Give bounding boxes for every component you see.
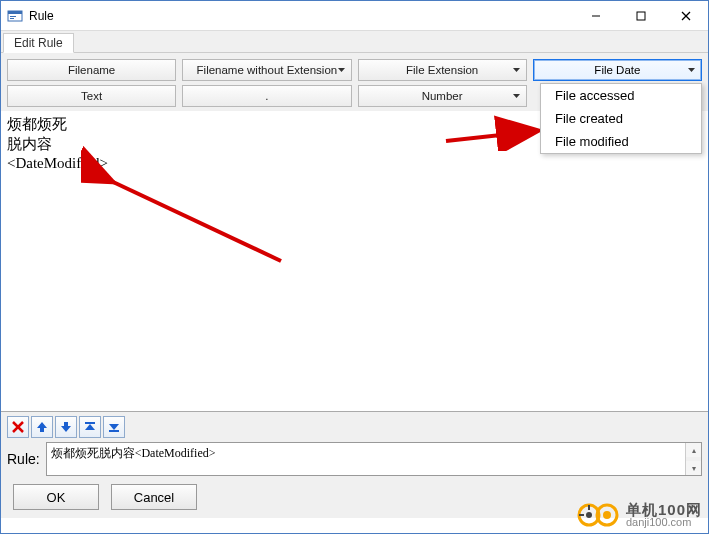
file-extension-label: File Extension <box>406 64 478 76</box>
text-button-label: Text <box>81 90 102 102</box>
rule-input-wrap: 烦都烦死脱内容<DateModified> ▴ ▾ <box>46 442 702 476</box>
arrow-top-icon <box>83 420 97 434</box>
move-top-button[interactable] <box>79 416 101 438</box>
watermark-line2: danji100.com <box>626 517 702 529</box>
svg-marker-10 <box>688 68 695 72</box>
watermark: 单机100网 danji100.com <box>576 502 702 529</box>
svg-marker-18 <box>37 422 47 432</box>
editor-line: <DateModified> <box>7 154 702 174</box>
svg-point-29 <box>603 511 611 519</box>
chevron-down-icon <box>513 94 520 98</box>
file-extension-button[interactable]: File Extension <box>358 59 527 81</box>
move-bottom-button[interactable] <box>103 416 125 438</box>
dot-button-label: . <box>265 90 268 102</box>
svg-rect-3 <box>10 18 14 19</box>
tab-edit-rule[interactable]: Edit Rule <box>3 33 74 53</box>
iconbar <box>7 416 702 438</box>
maximize-button[interactable] <box>618 1 663 31</box>
close-button[interactable] <box>663 1 708 31</box>
scroll-up-icon[interactable]: ▴ <box>686 443 701 457</box>
rule-scrollbar[interactable]: ▴ ▾ <box>685 443 701 475</box>
menu-file-modified[interactable]: File modified <box>541 130 701 153</box>
svg-marker-19 <box>61 422 71 432</box>
svg-rect-5 <box>637 12 645 20</box>
text-button[interactable]: Text <box>7 85 176 107</box>
svg-marker-8 <box>338 68 345 72</box>
chevron-down-icon <box>338 68 345 72</box>
ok-button[interactable]: OK <box>13 484 99 510</box>
arrow-up-icon <box>35 420 49 434</box>
tab-strip: Edit Rule <box>1 31 708 53</box>
scroll-down-icon[interactable]: ▾ <box>686 461 701 475</box>
svg-rect-23 <box>109 430 119 432</box>
filename-button[interactable]: Filename <box>7 59 176 81</box>
move-down-button[interactable] <box>55 416 77 438</box>
file-date-label: File Date <box>594 64 640 76</box>
rule-input[interactable]: 烦都烦死脱内容<DateModified> <box>47 443 685 475</box>
minimize-button[interactable] <box>573 1 618 31</box>
titlebar: Rule <box>1 1 708 31</box>
menu-file-created[interactable]: File created <box>541 107 701 130</box>
svg-marker-22 <box>109 424 119 430</box>
filename-no-ext-button[interactable]: Filename without Extension <box>182 59 351 81</box>
window-title: Rule <box>29 9 54 23</box>
delete-button[interactable] <box>7 416 29 438</box>
chevron-down-icon <box>688 68 695 72</box>
svg-marker-11 <box>513 94 520 98</box>
file-date-dropdown: File accessed File created File modified <box>540 83 702 154</box>
rule-label: Rule: <box>7 442 42 476</box>
chevron-down-icon <box>513 68 520 72</box>
filename-no-ext-label: Filename without Extension <box>197 64 338 76</box>
svg-point-25 <box>586 512 592 518</box>
app-icon <box>7 8 23 24</box>
svg-rect-1 <box>8 11 22 14</box>
cancel-button[interactable]: Cancel <box>111 484 197 510</box>
watermark-logo-icon <box>576 502 620 528</box>
svg-rect-20 <box>85 422 95 424</box>
svg-marker-21 <box>85 424 95 430</box>
watermark-line1: 单机100网 <box>626 502 702 518</box>
arrow-down-icon <box>59 420 73 434</box>
x-icon <box>11 420 25 434</box>
svg-rect-2 <box>10 16 16 17</box>
arrow-bottom-icon <box>107 420 121 434</box>
svg-marker-9 <box>513 68 520 72</box>
number-button[interactable]: Number <box>358 85 527 107</box>
filename-button-label: Filename <box>68 64 115 76</box>
menu-file-accessed[interactable]: File accessed <box>541 84 701 107</box>
rule-editor[interactable]: 烦都烦死 脱内容 <DateModified> <box>1 111 708 411</box>
number-button-label: Number <box>422 90 463 102</box>
move-up-button[interactable] <box>31 416 53 438</box>
dot-button[interactable]: . <box>182 85 351 107</box>
file-date-button[interactable]: File Date <box>533 59 702 81</box>
